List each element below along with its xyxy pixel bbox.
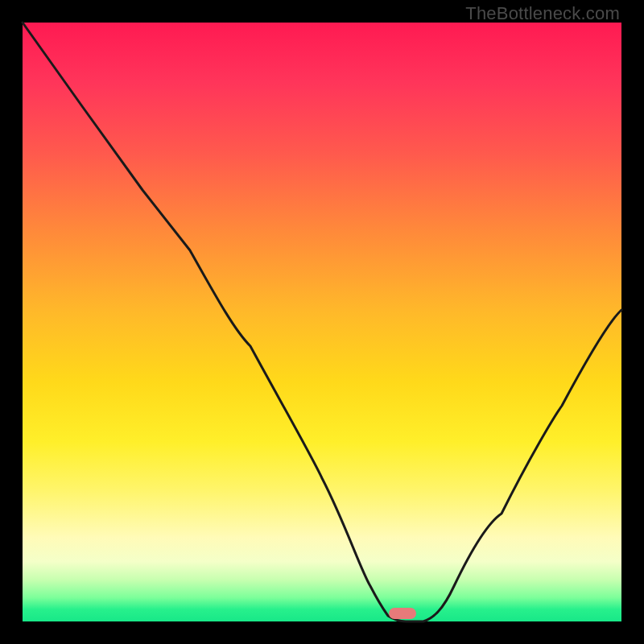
optimum-marker (389, 608, 416, 619)
watermark-text: TheBottleneck.com (465, 3, 620, 24)
chart-frame (23, 23, 621, 621)
bottleneck-curve-path (23, 23, 621, 621)
bottleneck-curve (23, 23, 621, 621)
